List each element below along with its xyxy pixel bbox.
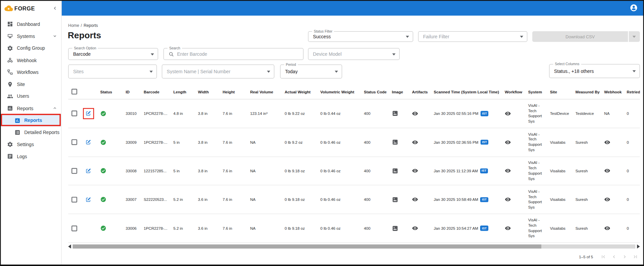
view-workflow-icon[interactable] bbox=[505, 196, 511, 203]
sidebar-item-config-group[interactable]: Config Group bbox=[0, 42, 61, 54]
view-artifacts-icon[interactable] bbox=[412, 225, 418, 231]
column-header-volumetric-weight: Volumetric Weight bbox=[317, 84, 361, 99]
timezone-chip: IST bbox=[480, 197, 488, 202]
download-csv-menu-button[interactable] bbox=[629, 31, 640, 42]
header-checkbox-cell bbox=[68, 84, 82, 99]
page-title: Reports bbox=[68, 31, 101, 41]
row-checkbox[interactable] bbox=[72, 111, 77, 117]
cell-height: 7.6 in bbox=[219, 185, 247, 214]
sidebar-item-label: Reports bbox=[17, 106, 33, 111]
view-artifacts-icon[interactable] bbox=[412, 196, 418, 203]
status-filter-select[interactable]: Status Filter Success bbox=[308, 31, 413, 42]
view-workflow-icon[interactable] bbox=[505, 110, 511, 117]
account-icon[interactable] bbox=[630, 4, 638, 12]
failure-filter-select[interactable]: Failure Filter bbox=[418, 31, 527, 42]
view-artifacts-icon[interactable] bbox=[412, 168, 418, 174]
sidebar-item-label: Workflows bbox=[17, 70, 39, 75]
row-checkbox[interactable] bbox=[72, 139, 77, 145]
view-workflow-icon[interactable] bbox=[505, 139, 511, 145]
chevron-down-icon bbox=[633, 70, 636, 72]
search-icon bbox=[169, 51, 174, 57]
pagination: 1–5 of 5 bbox=[579, 254, 638, 260]
breadcrumb: Home/Reports bbox=[68, 23, 98, 27]
success-status-icon bbox=[100, 139, 106, 145]
last-page-icon[interactable] bbox=[633, 254, 638, 260]
scrollbar-track[interactable] bbox=[73, 245, 636, 249]
download-csv-button[interactable]: Download CSV bbox=[532, 31, 628, 42]
search-input[interactable] bbox=[177, 52, 298, 57]
sidebar-item-systems[interactable]: Systems bbox=[0, 30, 61, 42]
failure-filter-placeholder: Failure Filter bbox=[423, 34, 449, 39]
view-webhook-icon[interactable] bbox=[604, 196, 610, 203]
cell-retried: 0 bbox=[624, 99, 640, 128]
view-webhook-icon[interactable] bbox=[604, 168, 610, 174]
cell-retried: 0 bbox=[624, 185, 640, 214]
row-checkbox[interactable] bbox=[72, 225, 77, 231]
table-row: 33008122157285...5 in3.8 in7.6 inNA0 lb … bbox=[68, 157, 640, 185]
sidebar-item-webhook[interactable]: Webhook bbox=[0, 54, 61, 66]
sidebar-item-label: Site bbox=[17, 82, 25, 87]
detailed-reports-icon bbox=[14, 129, 20, 135]
image-thumbnail-icon[interactable] bbox=[392, 139, 399, 146]
cell-retried: 0 bbox=[624, 128, 640, 156]
table-header: StatusIDBarcodeLengthWidthHeightReal Vol… bbox=[68, 84, 640, 99]
scrollbar-thumb[interactable] bbox=[73, 245, 542, 249]
scroll-left-arrow-icon[interactable] bbox=[68, 245, 71, 249]
row-checkbox[interactable] bbox=[72, 168, 77, 174]
sidebar-item-site[interactable]: Site bbox=[0, 78, 61, 90]
period-label: Period bbox=[284, 62, 297, 66]
system-name-select[interactable]: System Name | Serial Number bbox=[162, 64, 274, 79]
select-all-checkbox[interactable] bbox=[72, 89, 77, 94]
sidebar-item-reports[interactable]: Reports bbox=[0, 102, 61, 115]
sidebar-item-detailed-reports-sub[interactable]: Detailed Reports bbox=[0, 126, 61, 138]
view-webhook-icon[interactable] bbox=[604, 225, 610, 231]
view-workflow-icon[interactable] bbox=[505, 225, 511, 231]
cell-retried: 0 bbox=[624, 214, 640, 242]
view-artifacts-icon[interactable] bbox=[412, 110, 418, 117]
cell-status-code: 400 bbox=[361, 157, 388, 185]
view-workflow-icon[interactable] bbox=[505, 168, 511, 174]
cell-site: Visailabs bbox=[547, 185, 572, 214]
cell-webhook: NA bbox=[601, 99, 624, 128]
cell-scanned-time: Jan 30 2025 11:12:39 AMIST bbox=[430, 157, 502, 185]
device-model-select[interactable]: Device Model bbox=[308, 48, 400, 60]
search-option-select[interactable]: Search Option Barcode bbox=[68, 48, 158, 60]
cell-site: Visailabs bbox=[547, 128, 572, 156]
sidebar-item-label: Logs bbox=[17, 154, 27, 159]
cell-length: 5 in bbox=[170, 128, 194, 156]
select-columns-select[interactable]: Select Columns Status., +18 others bbox=[549, 64, 640, 78]
column-header-site: Site bbox=[547, 84, 572, 99]
next-page-icon[interactable] bbox=[622, 254, 628, 260]
view-webhook-icon[interactable] bbox=[604, 139, 610, 145]
sidebar-item-users[interactable]: Users bbox=[0, 90, 61, 102]
sidebar-item-settings[interactable]: Settings bbox=[0, 138, 61, 150]
view-artifacts-icon[interactable] bbox=[412, 139, 418, 145]
sites-select[interactable]: Sites bbox=[68, 64, 157, 79]
edit-report-button[interactable] bbox=[85, 168, 91, 174]
image-thumbnail-icon[interactable] bbox=[392, 110, 399, 117]
breadcrumb-home[interactable]: Home bbox=[68, 23, 79, 27]
sidebar-collapse-icon[interactable] bbox=[52, 5, 58, 11]
sidebar-item-logs[interactable]: Logs bbox=[0, 150, 61, 163]
previous-page-icon[interactable] bbox=[611, 254, 617, 260]
cell-status-code: 400 bbox=[361, 214, 388, 242]
sidebar-item-dashboard[interactable]: Dashboard bbox=[0, 18, 61, 30]
period-select[interactable]: Period Today bbox=[280, 64, 342, 79]
edit-report-button[interactable] bbox=[85, 197, 91, 203]
search-field[interactable]: Search bbox=[164, 48, 304, 60]
image-thumbnail-icon[interactable] bbox=[392, 225, 399, 232]
image-thumbnail-icon[interactable] bbox=[392, 168, 399, 174]
sidebar-item-reports-sub[interactable]: Reports bbox=[0, 115, 61, 127]
cell-retried: 0 bbox=[624, 157, 640, 185]
sidebar-item-workflows[interactable]: Workflows bbox=[0, 66, 61, 78]
scroll-right-arrow-icon[interactable] bbox=[637, 245, 640, 249]
image-thumbnail-icon[interactable] bbox=[392, 196, 399, 203]
users-icon bbox=[7, 93, 13, 99]
sidebar-item-label: Webhook bbox=[17, 58, 37, 63]
first-page-icon[interactable] bbox=[600, 254, 606, 260]
header-edit-cell bbox=[82, 84, 97, 99]
column-header-real-volume: Real Volume bbox=[247, 84, 281, 99]
edit-report-button[interactable] bbox=[85, 111, 91, 117]
row-checkbox[interactable] bbox=[72, 197, 77, 203]
edit-report-button[interactable] bbox=[85, 139, 91, 145]
